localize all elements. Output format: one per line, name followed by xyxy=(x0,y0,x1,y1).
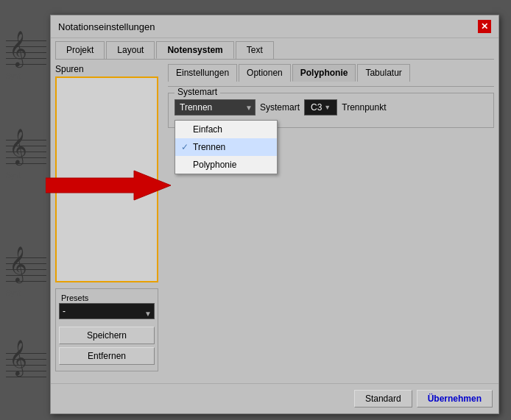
systemart-text-label: Systemart xyxy=(260,102,300,113)
entfernen-button[interactable]: Entfernen xyxy=(59,347,155,365)
c3-value: C3 xyxy=(311,102,322,113)
dialog-titlebar: Notationseinstellungen ✕ xyxy=(51,15,498,38)
tab-text[interactable]: Text xyxy=(236,41,274,59)
menu-item-polyphonie[interactable]: Polyphonie xyxy=(175,156,277,174)
menu-item-trennen[interactable]: Trennen xyxy=(175,138,277,156)
content-area: Spuren Presets - ▼ Speichern Entfernen xyxy=(51,60,498,376)
top-tabs: Projekt Layout Notensystem Text xyxy=(51,38,498,59)
uebernehmen-button[interactable]: Übernehmen xyxy=(417,390,493,407)
presets-dropdown[interactable]: - xyxy=(59,303,155,319)
sub-tab-tabulatur[interactable]: Tabulatur xyxy=(357,64,409,82)
svg-marker-0 xyxy=(46,171,171,200)
tab-notensystem[interactable]: Notensystem xyxy=(156,41,233,59)
c3-badge: C3 ▼ xyxy=(304,99,337,115)
dialog-title: Notationseinstellungen xyxy=(58,21,155,32)
treble-clef-1: 𝄞 xyxy=(9,33,27,64)
sub-tab-einstellungen[interactable]: Einstellungen xyxy=(168,64,237,82)
treble-clef-2: 𝄞 xyxy=(9,131,27,162)
trennpunkt-label: Trennpunkt xyxy=(342,102,386,113)
systemart-legend: Systemart xyxy=(175,87,220,97)
c3-arrow: ▼ xyxy=(324,104,331,111)
systemart-dropdown-menu: Einfach Trennen Polyphonie xyxy=(175,120,278,174)
standard-button[interactable]: Standard xyxy=(354,390,412,407)
tab-projekt[interactable]: Projekt xyxy=(55,41,105,59)
sub-tabs: Einstellungen Optionen Polyphonie Tabula… xyxy=(168,64,494,82)
systemart-dropdown[interactable]: Trennen xyxy=(175,99,256,115)
left-panel: Spuren Presets - ▼ Speichern Entfernen xyxy=(55,64,162,371)
treble-clef-4: 𝄞 xyxy=(9,342,27,373)
bottom-bar: Standard Übernehmen xyxy=(51,383,498,413)
spuren-label: Spuren xyxy=(55,64,162,74)
sub-tab-optionen[interactable]: Optionen xyxy=(239,64,291,82)
dialog: Notationseinstellungen ✕ Projekt Layout … xyxy=(50,15,499,414)
treble-clef-3: 𝄞 xyxy=(9,249,27,280)
systemart-dropdown-wrapper: Trennen ▼ Einfach Trennen Polyphonie xyxy=(175,99,256,115)
tab-layout[interactable]: Layout xyxy=(106,41,155,59)
close-button[interactable]: ✕ xyxy=(478,20,491,33)
right-panel: Einstellungen Optionen Polyphonie Tabula… xyxy=(168,64,494,371)
speichern-button[interactable]: Speichern xyxy=(59,327,155,344)
systemart-row: Trennen ▼ Einfach Trennen Polyphonie Sys… xyxy=(175,99,487,115)
red-arrow xyxy=(46,168,171,205)
presets-group: Presets - ▼ Speichern Entfernen xyxy=(55,288,158,371)
background-music: Synt Synt Synt 𝄞 xyxy=(0,0,52,420)
presets-legend: Presets xyxy=(59,293,91,302)
menu-item-einfach[interactable]: Einfach xyxy=(175,121,277,138)
sub-tab-polyphonie[interactable]: Polyphonie xyxy=(292,64,356,82)
systemart-group: Systemart Trennen ▼ Einfach Trennen Poly… xyxy=(168,93,494,128)
